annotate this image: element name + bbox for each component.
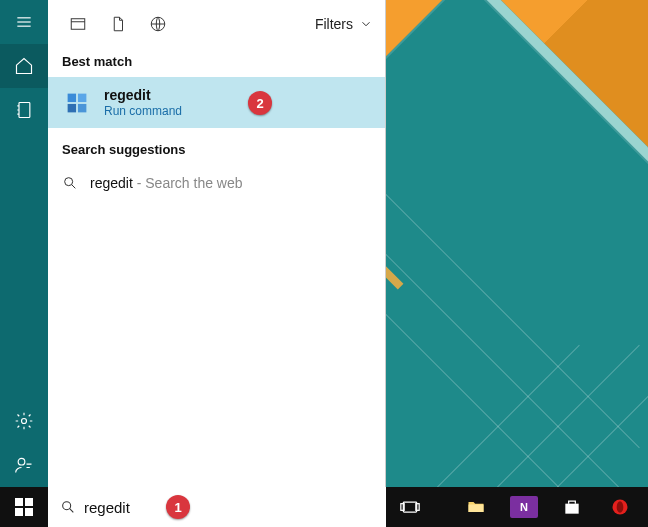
svg-rect-13 xyxy=(78,93,86,101)
svg-line-17 xyxy=(72,185,76,189)
cortana-sidebar xyxy=(0,0,48,487)
onenote-icon: N xyxy=(510,496,538,518)
search-icon xyxy=(60,499,76,515)
scope-web-button[interactable] xyxy=(140,6,176,42)
start-button[interactable] xyxy=(0,487,48,527)
windows-logo-icon xyxy=(15,498,33,516)
taskbar-app-store[interactable] xyxy=(548,487,596,527)
filters-label: Filters xyxy=(315,16,353,32)
search-panel-toolbar: Filters xyxy=(48,0,385,48)
rail-notebook-button[interactable] xyxy=(0,88,48,132)
chevron-down-icon xyxy=(359,17,373,31)
annotation-badge-2: 2 xyxy=(248,91,272,115)
taskbar-search[interactable]: 1 xyxy=(48,487,386,527)
svg-rect-24 xyxy=(565,504,578,514)
svg-point-16 xyxy=(65,178,73,186)
svg-rect-14 xyxy=(68,104,76,112)
svg-rect-9 xyxy=(71,18,85,29)
svg-rect-21 xyxy=(401,504,404,511)
taskbar: 1 N xyxy=(0,487,648,527)
taskbar-pinned-apps: N xyxy=(452,487,648,527)
svg-point-7 xyxy=(22,419,27,424)
filters-button[interactable]: Filters xyxy=(315,16,373,32)
document-icon xyxy=(109,15,127,33)
svg-point-8 xyxy=(18,458,25,465)
svg-point-26 xyxy=(617,501,624,513)
window-icon xyxy=(69,15,87,33)
suggestions-header: Search suggestions xyxy=(48,136,385,165)
taskbar-app-opera[interactable] xyxy=(596,487,644,527)
suggestion-hint: - Search the web xyxy=(133,175,243,191)
web-suggestion[interactable]: regedit - Search the web xyxy=(48,165,385,201)
task-view-button[interactable] xyxy=(386,487,434,527)
rail-feedback-button[interactable] xyxy=(0,443,48,487)
home-icon xyxy=(14,56,34,76)
best-match-subtitle: Run command xyxy=(104,104,182,118)
scope-apps-button[interactable] xyxy=(60,6,96,42)
rail-settings-button[interactable] xyxy=(0,399,48,443)
store-icon xyxy=(562,497,582,517)
folder-icon xyxy=(466,497,486,517)
scope-documents-button[interactable] xyxy=(100,6,136,42)
gear-icon xyxy=(14,411,34,431)
taskbar-app-explorer[interactable] xyxy=(452,487,500,527)
svg-line-19 xyxy=(70,509,74,513)
feedback-icon xyxy=(14,455,34,475)
notebook-icon xyxy=(14,100,34,120)
svg-rect-15 xyxy=(78,104,86,112)
search-input[interactable] xyxy=(84,499,374,516)
search-icon xyxy=(62,175,78,191)
svg-rect-12 xyxy=(68,93,76,101)
opera-icon xyxy=(610,497,630,517)
svg-rect-22 xyxy=(416,504,419,511)
annotation-badge-1: 1 xyxy=(166,495,190,519)
svg-point-18 xyxy=(63,502,71,510)
svg-rect-20 xyxy=(403,502,416,512)
globe-icon xyxy=(149,15,167,33)
search-panel: Filters Best match regedit Run command 2… xyxy=(48,0,386,487)
rail-menu-button[interactable] xyxy=(0,0,48,44)
task-view-icon xyxy=(400,497,420,517)
taskbar-app-onenote[interactable]: N xyxy=(500,487,548,527)
rail-home-button[interactable] xyxy=(0,44,48,88)
suggestion-term: regedit xyxy=(90,175,133,191)
best-match-result[interactable]: regedit Run command 2 xyxy=(48,77,385,128)
best-match-header: Best match xyxy=(48,48,385,77)
best-match-title: regedit xyxy=(104,87,182,104)
svg-rect-23 xyxy=(469,505,484,513)
svg-rect-3 xyxy=(19,103,30,118)
hamburger-icon xyxy=(14,12,34,32)
taskbar-center xyxy=(386,487,452,527)
regedit-icon xyxy=(62,88,92,118)
